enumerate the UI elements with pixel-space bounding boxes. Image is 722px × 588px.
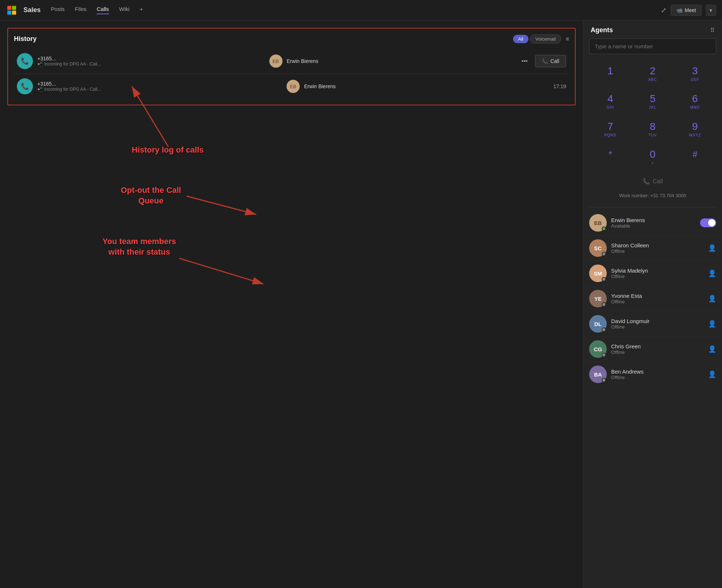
- agent-item-david: DL David Longmuir Offline 👤: [583, 311, 722, 337]
- svg-line-2: [187, 196, 256, 214]
- nav-files[interactable]: Files: [75, 6, 87, 14]
- history-header: History All Voicemail ≡: [14, 34, 569, 44]
- agent-opt-icon[interactable]: 👤: [708, 269, 716, 277]
- agent-avatar-sylvia: SM: [589, 265, 607, 282]
- annotation-optout: Opt-out the CallQueue: [121, 185, 181, 206]
- agents-list: EB Erwin Bierens Available SC Sha: [583, 207, 722, 588]
- dial-call-label: Call: [653, 178, 663, 185]
- dial-key-3[interactable]: 3DEF: [674, 60, 716, 88]
- meet-dropdown-button[interactable]: ▾: [706, 5, 716, 16]
- agent-info-chris: Chris Green Offline: [611, 343, 704, 355]
- top-nav: Posts Files Calls Wiki +: [51, 6, 143, 14]
- status-dot-online: [602, 226, 606, 231]
- dial-key-star[interactable]: *: [589, 143, 632, 171]
- agent-opt-icon[interactable]: 👤: [708, 244, 716, 252]
- team-name: Sales: [23, 6, 41, 14]
- agent-name: Sharon Colleen: [611, 242, 704, 248]
- nav-calls[interactable]: Calls: [97, 6, 109, 14]
- dial-key-9[interactable]: 9WXYZ: [674, 116, 716, 143]
- grid-icon[interactable]: ⠿: [710, 27, 715, 34]
- agent-avatar-erwin: EB: [589, 214, 607, 232]
- work-number: Work number: +31 73 704 3000: [589, 191, 716, 203]
- call-number: +3165...: [37, 56, 265, 61]
- status-dot-offline: [602, 327, 606, 332]
- agent-name: Yvonne Esta: [611, 293, 704, 299]
- agents-title: Agents: [591, 26, 710, 34]
- call-item: 📞 +3165... 📲 Incoming for DPG AA - Call.…: [14, 74, 569, 99]
- agent-opt-icon[interactable]: 👤: [708, 295, 716, 303]
- caller-avatar: 📞: [17, 78, 33, 94]
- agent-status: Offline: [611, 299, 704, 304]
- dial-key-0[interactable]: 0+: [632, 143, 674, 171]
- filter-voicemail[interactable]: Voicemail: [530, 34, 561, 44]
- filter-icon[interactable]: ≡: [566, 36, 569, 42]
- agent-opt-icon[interactable]: 👤: [708, 370, 716, 378]
- agent-item-sylvia: SM Sylvia Madelyn Offline 👤: [583, 261, 722, 286]
- dial-key-2[interactable]: 2ABC: [632, 60, 674, 88]
- filter-tabs: All Voicemail ≡: [513, 34, 569, 44]
- more-options-button[interactable]: •••: [519, 56, 531, 66]
- svg-line-3: [179, 258, 263, 284]
- status-dot-offline: [602, 378, 606, 382]
- agent-toggle[interactable]: [700, 218, 716, 227]
- status-dot-offline: [602, 252, 606, 256]
- dialpad-section: 1 2ABC 3DEF 4GHI 5JKL 6MNO 7PQRS 8TUV 9W…: [583, 38, 722, 207]
- expand-button[interactable]: ⤢: [661, 6, 666, 14]
- agent-item-yvonne: YE Yvonne Esta Offline 👤: [583, 286, 722, 311]
- agent-name: David Longmuir: [611, 318, 704, 324]
- call-number: +3165...: [37, 81, 282, 87]
- agent-item-chris: CG Chris Green Offline 👤: [583, 337, 722, 362]
- call-item: 📞 +3165... 📲 Incoming for DPG AA - Call.…: [14, 49, 569, 74]
- annotation-area: History log of calls Opt-out the CallQue…: [0, 20, 583, 588]
- agent-status: Offline: [611, 349, 704, 355]
- main-layout: History All Voicemail ≡ 📞 +3165... 📲 Inc…: [0, 20, 722, 588]
- dial-key-7[interactable]: 7PQRS: [589, 116, 632, 143]
- call-info: +3165... 📲 Incoming for DPG AA - Call...: [37, 81, 282, 92]
- dial-key-4[interactable]: 4GHI: [589, 88, 632, 116]
- contact-name: Erwin Bierens: [287, 58, 515, 64]
- agent-status: Offline: [611, 324, 704, 330]
- camera-icon: 📹: [676, 7, 682, 13]
- call-time: 17:19: [553, 83, 566, 89]
- filter-all[interactable]: All: [513, 35, 528, 43]
- call-btn-label: Call: [550, 58, 559, 64]
- agent-name: Chris Green: [611, 343, 704, 349]
- agent-opt-icon[interactable]: 👤: [708, 345, 716, 353]
- dial-key-1[interactable]: 1: [589, 60, 632, 88]
- agent-name: Ben Andrews: [611, 368, 704, 375]
- annotation-team: You team memberswith their status: [102, 236, 176, 257]
- agent-opt-icon[interactable]: 👤: [708, 320, 716, 328]
- contact-name: Erwin Bierens: [304, 83, 549, 89]
- agent-info-ben: Ben Andrews Offline: [611, 368, 704, 380]
- nav-wiki[interactable]: Wiki: [119, 6, 130, 14]
- incoming-icon: 📲: [37, 61, 43, 67]
- dial-key-8[interactable]: 8TUV: [632, 116, 674, 143]
- agent-status: Offline: [611, 274, 704, 279]
- agent-status: Offline: [611, 375, 704, 380]
- agent-status: Available: [611, 223, 696, 229]
- call-subtitle: 📲 Incoming for DPG AA - Call...: [37, 87, 282, 92]
- nav-posts[interactable]: Posts: [51, 6, 65, 14]
- caller-avatar: 📞: [17, 53, 33, 69]
- phone-icon: 📞: [21, 57, 29, 65]
- dial-key-6[interactable]: 6MNO: [674, 88, 716, 116]
- agent-avatar-chris: CG: [589, 340, 607, 358]
- dial-input[interactable]: [589, 38, 716, 54]
- incoming-icon: 📲: [37, 87, 43, 92]
- dial-key-hash[interactable]: #: [674, 143, 716, 171]
- dial-key-5[interactable]: 5JKL: [632, 88, 674, 116]
- agent-status: Offline: [611, 248, 704, 254]
- agent-name: Erwin Bierens: [611, 217, 696, 223]
- dial-call-icon: 📞: [643, 178, 650, 185]
- call-button[interactable]: 📞 Call: [535, 55, 566, 67]
- agent-info-sylvia: Sylvia Madelyn Offline: [611, 267, 704, 279]
- agent-info-sharon: Sharon Colleen Offline: [611, 242, 704, 254]
- agent-item-erwin: EB Erwin Bierens Available: [583, 210, 722, 236]
- agent-avatar-david: DL: [589, 315, 607, 333]
- dialpad-grid: 1 2ABC 3DEF 4GHI 5JKL 6MNO 7PQRS 8TUV 9W…: [589, 60, 716, 171]
- agent-avatar-ben: BA: [589, 366, 607, 383]
- agent-info-david: David Longmuir Offline: [611, 318, 704, 330]
- meet-button[interactable]: 📹 Meet: [671, 5, 702, 16]
- nav-add[interactable]: +: [140, 6, 143, 14]
- call-btn-icon: 📞: [542, 58, 548, 64]
